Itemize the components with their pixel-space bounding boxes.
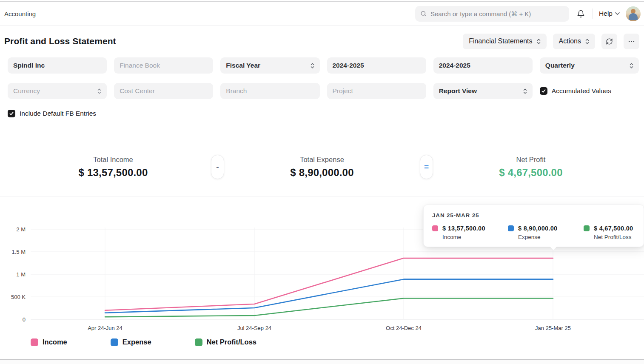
tooltip-pointer [550,246,557,250]
page-title: Profit and Loss Statement [4,36,116,46]
actions-menu[interactable]: Actions [553,34,595,49]
tooltip-swatch-icon [432,225,438,231]
ellipsis-icon [628,38,635,45]
tooltip-item: $ 13,57,500.00Income [432,225,496,240]
svg-text:Oct 24-Dec 24: Oct 24-Dec 24 [386,325,422,331]
svg-text:Apr 24-Jun 24: Apr 24-Jun 24 [88,325,123,331]
breadcrumb-accounting[interactable]: Accounting [4,10,36,17]
help-menu[interactable]: Help [599,10,620,17]
window-top-edge [0,1,644,2]
filter-branch-placeholder: Branch [226,87,247,95]
tooltip-series-label: Income [442,234,496,240]
legend-item: Net Profit/Loss [195,338,256,346]
check-icon [9,111,14,116]
filter-company-value: Spindl Inc [13,62,45,69]
filter-cost-center[interactable]: Cost Center [114,83,213,99]
total-income-label: Total Income [93,156,133,164]
include-default-fb-row: Include Default FB Entries [8,110,644,117]
income-line [105,258,553,310]
filter-project-placeholder: Project [333,87,353,95]
notifications-button[interactable] [575,8,587,20]
window-bottom-fill [0,360,644,364]
page-header: Profit and Loss Statement Financial Stat… [0,26,644,53]
chart-legend: IncomeExpenseNet Profit/Loss [31,338,256,346]
nav-divider [593,9,593,19]
equals-operator: = [420,155,433,179]
filter-currency-select[interactable]: Currency [8,83,107,99]
filter-finance-book-placeholder: Finance Book [120,62,160,69]
svg-text:1 M: 1 M [16,271,26,278]
chart-section: JAN 25-MAR 25 $ 13,57,500.00Income$ 8,90… [0,196,644,361]
select-updown-icon [311,63,314,69]
total-income-block: Total Income $ 13,57,500.00 [15,156,211,179]
search-input[interactable] [415,6,569,22]
net-profit-label: Net Profit [516,156,546,164]
svg-text:Jan 25-Mar 25: Jan 25-Mar 25 [535,325,571,331]
total-income-value: $ 13,57,500.00 [79,167,148,179]
select-updown-icon [585,38,589,45]
filter-cost-center-placeholder: Cost Center [120,87,155,95]
check-icon [541,88,546,94]
tooltip-item: $ 8,90,000.00Expense [508,225,572,240]
filter-finance-book[interactable]: Finance Book [114,57,213,74]
report-group-label: Financial Statements [469,37,532,45]
tooltip-item: $ 4,67,500.00Net Profit/Loss [584,225,644,240]
filters: Spindl Inc Finance Book Fiscal Year 2024… [8,57,639,99]
svg-text:500 K: 500 K [11,294,26,300]
tooltip-swatch-icon [584,225,590,231]
legend-swatch-icon [31,338,38,346]
refresh-button[interactable] [601,34,617,49]
select-updown-icon [537,38,541,45]
net-profit-block: Net Profit $ 4,67,500.00 [433,156,629,179]
more-menu[interactable] [624,34,639,49]
legend-label: Net Profit/Loss [207,338,256,346]
profit-loss-page: Accounting Help Profit and Loss Statemen… [0,0,644,364]
tooltip-value: $ 8,90,000.00 [518,225,557,232]
search-field[interactable] [430,10,564,17]
legend-item: Income [31,338,67,346]
tooltip-period-title: JAN 25-MAR 25 [432,212,638,219]
filter-project[interactable]: Project [327,83,426,99]
report-group-select[interactable]: Financial Statements [463,34,546,49]
legend-label: Expense [123,338,151,346]
search-icon [420,10,427,17]
actions-label: Actions [559,37,581,45]
filter-periodicity-select[interactable]: Quarterly [540,57,639,74]
total-expense-value: $ 8,90,000.00 [290,167,353,179]
accumulated-values-checkbox[interactable] [540,87,547,95]
filter-report-view-select[interactable]: Report View [433,83,533,99]
tooltip-value: $ 13,57,500.00 [442,225,485,232]
navbar: Accounting Help [0,0,644,26]
filter-to-fiscal-year[interactable]: 2024-2025 [433,57,533,74]
filter-periodicity-value: Quarterly [545,62,575,69]
svg-text:1.5 M: 1.5 M [11,249,26,255]
bell-icon [577,10,585,18]
total-expense-block: Total Expense $ 8,90,000.00 [224,156,420,179]
total-expense-label: Total Expense [300,156,344,164]
tooltip-swatch-icon [508,225,514,231]
include-default-fb-checkbox[interactable] [8,110,15,117]
summary-strip: Total Income $ 13,57,500.00 - Total Expe… [0,155,644,179]
chart-tooltip: JAN 25-MAR 25 $ 13,57,500.00Income$ 8,90… [423,205,644,247]
svg-text:0: 0 [23,316,26,323]
filter-currency-placeholder: Currency [13,87,40,95]
tooltip-value: $ 4,67,500.00 [594,225,633,232]
include-default-fb-label: Include Default FB Entries [20,110,96,117]
legend-label: Income [43,338,67,346]
legend-swatch-icon [111,338,118,346]
filter-fiscal-year-select[interactable]: Fiscal Year [220,57,319,74]
filter-company[interactable]: Spindl Inc [8,57,107,74]
minus-operator: - [211,155,224,179]
svg-text:Jul 24-Sep 24: Jul 24-Sep 24 [237,325,271,331]
filter-from-fiscal-year-value: 2024-2025 [333,62,364,69]
user-avatar[interactable] [626,6,641,21]
refresh-icon [606,38,613,45]
tooltip-series-label: Expense [518,234,572,240]
select-updown-icon [630,63,633,69]
select-updown-icon [97,88,101,94]
filter-from-fiscal-year[interactable]: 2024-2025 [327,57,426,74]
filter-report-view-value: Report View [439,87,477,95]
net-profit-value: $ 4,67,500.00 [499,167,562,179]
help-label: Help [599,10,613,17]
filter-branch[interactable]: Branch [220,83,319,99]
